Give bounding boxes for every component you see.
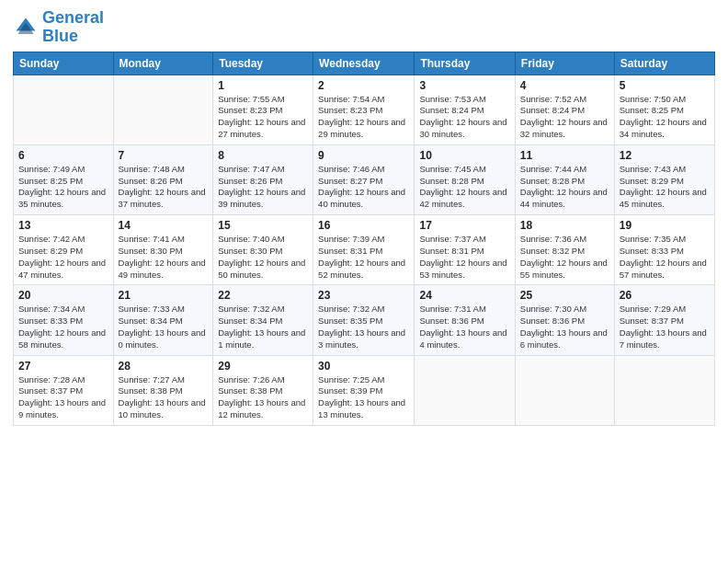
calendar-cell: 21Sunrise: 7:33 AM Sunset: 8:34 PM Dayli…	[113, 285, 213, 355]
calendar-cell: 5Sunrise: 7:50 AM Sunset: 8:25 PM Daylig…	[614, 75, 714, 144]
day-number: 2	[318, 79, 409, 92]
calendar-cell: 26Sunrise: 7:29 AM Sunset: 8:37 PM Dayli…	[614, 285, 714, 355]
cell-info: Sunrise: 7:45 AM Sunset: 8:28 PM Dayligh…	[419, 164, 509, 211]
calendar-cell	[14, 75, 114, 144]
cell-info: Sunrise: 7:26 AM Sunset: 8:38 PM Dayligh…	[218, 374, 308, 421]
cell-info: Sunrise: 7:37 AM Sunset: 8:31 PM Dayligh…	[419, 234, 509, 281]
day-number: 25	[520, 289, 609, 302]
cell-info: Sunrise: 7:55 AM Sunset: 8:23 PM Dayligh…	[218, 94, 308, 141]
day-number: 3	[419, 79, 509, 92]
weekday-header-thursday: Thursday	[415, 52, 515, 75]
day-number: 22	[218, 289, 308, 302]
calendar-row-0: 1Sunrise: 7:55 AM Sunset: 8:23 PM Daylig…	[14, 75, 715, 144]
day-number: 8	[218, 149, 308, 162]
calendar-cell	[415, 355, 515, 425]
logo-icon	[13, 15, 39, 40]
cell-info: Sunrise: 7:47 AM Sunset: 8:26 PM Dayligh…	[218, 164, 308, 211]
day-number: 16	[318, 219, 409, 232]
calendar-cell: 12Sunrise: 7:43 AM Sunset: 8:29 PM Dayli…	[614, 144, 714, 214]
calendar-cell: 25Sunrise: 7:30 AM Sunset: 8:36 PM Dayli…	[515, 285, 614, 355]
calendar-cell	[614, 355, 714, 425]
calendar-cell	[113, 75, 213, 144]
calendar-cell: 7Sunrise: 7:48 AM Sunset: 8:26 PM Daylig…	[113, 144, 213, 214]
calendar-cell: 16Sunrise: 7:39 AM Sunset: 8:31 PM Dayli…	[313, 215, 415, 285]
day-number: 12	[620, 149, 710, 162]
cell-info: Sunrise: 7:50 AM Sunset: 8:25 PM Dayligh…	[620, 94, 710, 141]
day-number: 6	[18, 149, 108, 162]
calendar-cell: 19Sunrise: 7:35 AM Sunset: 8:33 PM Dayli…	[614, 215, 714, 285]
cell-info: Sunrise: 7:25 AM Sunset: 8:39 PM Dayligh…	[318, 374, 409, 421]
day-number: 7	[119, 149, 209, 162]
calendar-cell: 9Sunrise: 7:46 AM Sunset: 8:27 PM Daylig…	[313, 144, 415, 214]
calendar-cell: 11Sunrise: 7:44 AM Sunset: 8:28 PM Dayli…	[515, 144, 614, 214]
weekday-header-friday: Friday	[515, 52, 614, 75]
cell-info: Sunrise: 7:34 AM Sunset: 8:33 PM Dayligh…	[18, 304, 108, 350]
calendar-cell: 1Sunrise: 7:55 AM Sunset: 8:23 PM Daylig…	[213, 75, 313, 144]
calendar-cell: 29Sunrise: 7:26 AM Sunset: 8:38 PM Dayli…	[213, 355, 313, 425]
day-number: 21	[119, 289, 209, 302]
header: General Blue	[13, 9, 715, 46]
calendar-row-1: 6Sunrise: 7:49 AM Sunset: 8:25 PM Daylig…	[14, 144, 715, 214]
calendar-cell: 22Sunrise: 7:32 AM Sunset: 8:34 PM Dayli…	[213, 285, 313, 355]
page: General Blue SundayMondayTuesdayWednesda…	[0, 0, 728, 563]
day-number: 10	[419, 149, 509, 162]
weekday-header-monday: Monday	[113, 52, 213, 75]
cell-info: Sunrise: 7:33 AM Sunset: 8:34 PM Dayligh…	[119, 304, 209, 350]
calendar-cell: 30Sunrise: 7:25 AM Sunset: 8:39 PM Dayli…	[313, 355, 415, 425]
day-number: 26	[620, 289, 710, 302]
day-number: 30	[318, 360, 409, 373]
cell-info: Sunrise: 7:43 AM Sunset: 8:29 PM Dayligh…	[620, 164, 710, 211]
weekday-header-wednesday: Wednesday	[313, 52, 415, 75]
day-number: 9	[318, 149, 409, 162]
day-number: 27	[18, 360, 108, 373]
cell-info: Sunrise: 7:48 AM Sunset: 8:26 PM Dayligh…	[119, 164, 209, 211]
weekday-header-saturday: Saturday	[614, 52, 714, 75]
cell-info: Sunrise: 7:41 AM Sunset: 8:30 PM Dayligh…	[119, 234, 209, 281]
cell-info: Sunrise: 7:54 AM Sunset: 8:23 PM Dayligh…	[318, 94, 409, 141]
calendar-cell: 3Sunrise: 7:53 AM Sunset: 8:24 PM Daylig…	[415, 75, 515, 144]
cell-info: Sunrise: 7:32 AM Sunset: 8:34 PM Dayligh…	[218, 304, 308, 350]
calendar-cell: 27Sunrise: 7:28 AM Sunset: 8:37 PM Dayli…	[14, 355, 114, 425]
day-number: 20	[18, 289, 108, 302]
calendar-cell: 24Sunrise: 7:31 AM Sunset: 8:36 PM Dayli…	[415, 285, 515, 355]
calendar-row-4: 27Sunrise: 7:28 AM Sunset: 8:37 PM Dayli…	[14, 355, 715, 425]
day-number: 28	[119, 360, 209, 373]
calendar-cell: 10Sunrise: 7:45 AM Sunset: 8:28 PM Dayli…	[415, 144, 515, 214]
cell-info: Sunrise: 7:29 AM Sunset: 8:37 PM Dayligh…	[620, 304, 710, 350]
weekday-header-sunday: Sunday	[14, 52, 114, 75]
day-number: 17	[419, 219, 509, 232]
cell-info: Sunrise: 7:30 AM Sunset: 8:36 PM Dayligh…	[520, 304, 609, 350]
cell-info: Sunrise: 7:46 AM Sunset: 8:27 PM Dayligh…	[318, 164, 409, 211]
day-number: 5	[620, 79, 710, 92]
cell-info: Sunrise: 7:32 AM Sunset: 8:35 PM Dayligh…	[318, 304, 409, 350]
calendar-cell: 2Sunrise: 7:54 AM Sunset: 8:23 PM Daylig…	[313, 75, 415, 144]
day-number: 13	[18, 219, 108, 232]
cell-info: Sunrise: 7:42 AM Sunset: 8:29 PM Dayligh…	[18, 234, 108, 281]
calendar-cell: 4Sunrise: 7:52 AM Sunset: 8:24 PM Daylig…	[515, 75, 614, 144]
cell-info: Sunrise: 7:53 AM Sunset: 8:24 PM Dayligh…	[419, 94, 509, 141]
weekday-header-tuesday: Tuesday	[213, 52, 313, 75]
day-number: 29	[218, 360, 308, 373]
day-number: 19	[620, 219, 710, 232]
day-number: 11	[520, 149, 609, 162]
cell-info: Sunrise: 7:31 AM Sunset: 8:36 PM Dayligh…	[419, 304, 509, 350]
calendar-cell: 13Sunrise: 7:42 AM Sunset: 8:29 PM Dayli…	[14, 215, 114, 285]
cell-info: Sunrise: 7:27 AM Sunset: 8:38 PM Dayligh…	[119, 374, 209, 421]
cell-info: Sunrise: 7:49 AM Sunset: 8:25 PM Dayligh…	[18, 164, 108, 211]
calendar-cell	[515, 355, 614, 425]
calendar-row-2: 13Sunrise: 7:42 AM Sunset: 8:29 PM Dayli…	[14, 215, 715, 285]
day-number: 4	[520, 79, 609, 92]
cell-info: Sunrise: 7:44 AM Sunset: 8:28 PM Dayligh…	[520, 164, 609, 211]
cell-info: Sunrise: 7:36 AM Sunset: 8:32 PM Dayligh…	[520, 234, 609, 281]
calendar-row-3: 20Sunrise: 7:34 AM Sunset: 8:33 PM Dayli…	[14, 285, 715, 355]
day-number: 18	[520, 219, 609, 232]
calendar-cell: 28Sunrise: 7:27 AM Sunset: 8:38 PM Dayli…	[113, 355, 213, 425]
cell-info: Sunrise: 7:39 AM Sunset: 8:31 PM Dayligh…	[318, 234, 409, 281]
cell-info: Sunrise: 7:28 AM Sunset: 8:37 PM Dayligh…	[18, 374, 108, 421]
calendar-cell: 20Sunrise: 7:34 AM Sunset: 8:33 PM Dayli…	[14, 285, 114, 355]
calendar-cell: 15Sunrise: 7:40 AM Sunset: 8:30 PM Dayli…	[213, 215, 313, 285]
calendar-table: SundayMondayTuesdayWednesdayThursdayFrid…	[13, 52, 715, 426]
day-number: 14	[119, 219, 209, 232]
weekday-header-row: SundayMondayTuesdayWednesdayThursdayFrid…	[14, 52, 715, 75]
cell-info: Sunrise: 7:40 AM Sunset: 8:30 PM Dayligh…	[218, 234, 308, 281]
